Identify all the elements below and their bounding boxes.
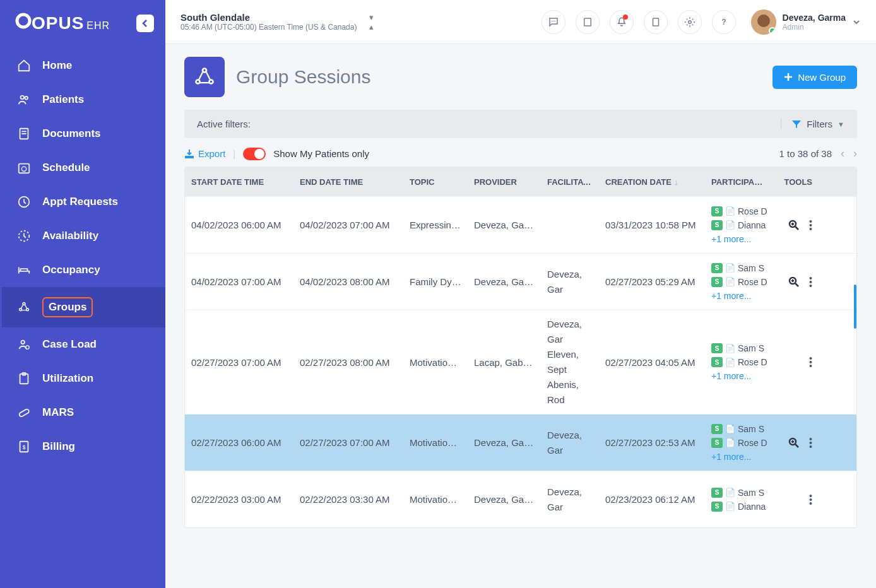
- doc-icon: 📄: [725, 263, 735, 273]
- more-participants-link[interactable]: +1 more...: [711, 371, 768, 381]
- settings-button[interactable]: [678, 10, 702, 34]
- chevron-down-icon: ▼: [838, 121, 844, 128]
- cell-topic: Expressing an: [403, 213, 468, 237]
- col-provider[interactable]: PROVIDER: [468, 171, 541, 193]
- sidebar-item-availability[interactable]: Availability: [0, 219, 165, 253]
- col-created[interactable]: CREATION DATE↓: [599, 171, 705, 193]
- svg-point-41: [810, 277, 812, 279]
- more-actions-button[interactable]: [809, 494, 812, 505]
- logo-block: OPUSEHR: [0, 8, 165, 49]
- sidebar-item-home[interactable]: Home: [0, 49, 165, 83]
- prev-page-button[interactable]: ‹: [841, 147, 844, 160]
- nav-label: Patients: [42, 93, 84, 106]
- svg-rect-24: [653, 18, 658, 26]
- sidebar-item-case-load[interactable]: Case Load: [0, 327, 165, 362]
- more-actions-button[interactable]: [809, 356, 812, 368]
- nav-label: Occupancy: [42, 264, 100, 276]
- cell-facilitator: Deveza,Gar: [541, 261, 599, 303]
- collapse-sidebar-button[interactable]: [136, 15, 154, 32]
- zoom-icon[interactable]: [788, 276, 800, 288]
- svg-point-56: [810, 502, 812, 505]
- sidebar-item-patients[interactable]: Patients: [0, 83, 165, 117]
- zoom-icon[interactable]: [788, 437, 800, 449]
- sidebar-item-utilization[interactable]: Utilization: [0, 362, 165, 396]
- book-button[interactable]: [576, 10, 600, 34]
- logo-icon: [15, 13, 32, 29]
- cell-topic: Family Dynam: [403, 270, 468, 293]
- notifications-button[interactable]: [610, 10, 634, 34]
- more-actions-button[interactable]: [809, 276, 812, 288]
- cell-created: 02/27/2023 02:53 AM: [599, 431, 705, 454]
- participant: S📄Rose D: [711, 277, 768, 287]
- col-participants[interactable]: PARTICIPA…: [705, 171, 774, 193]
- chevron-left-icon: [141, 19, 150, 28]
- more-participants-link[interactable]: +1 more...: [711, 452, 768, 462]
- sidebar-item-billing[interactable]: $Billing: [0, 430, 165, 464]
- svg-point-7: [21, 167, 26, 171]
- status-badge: S: [711, 277, 723, 287]
- sidebar-item-documents[interactable]: Documents: [0, 117, 165, 151]
- cell-created: 03/31/2023 10:58 PM: [599, 213, 705, 237]
- table-row[interactable]: 02/27/2023 06:00 AM 02/27/2023 07:00 AM …: [185, 414, 856, 471]
- table-row[interactable]: 02/22/2023 03:00 AM 02/22/2023 03:30 AM …: [185, 471, 856, 527]
- status-badge: S: [711, 357, 723, 367]
- sidebar-item-groups[interactable]: Groups: [0, 287, 165, 327]
- brand-name: OPUS: [32, 13, 84, 33]
- nav-label: Documents: [42, 127, 101, 140]
- zoom-icon[interactable]: [788, 219, 800, 232]
- more-actions-button[interactable]: [809, 220, 812, 231]
- more-actions-button[interactable]: [809, 437, 812, 449]
- col-end[interactable]: END DATE TIME: [293, 171, 403, 193]
- brand-sub: EHR: [86, 20, 110, 32]
- export-button[interactable]: Export: [184, 148, 225, 159]
- participant: S📄Rose D: [711, 357, 768, 367]
- new-group-button[interactable]: New Group: [772, 66, 857, 89]
- col-topic[interactable]: TOPIC: [403, 171, 468, 193]
- sidebar-item-mars[interactable]: MARS: [0, 396, 165, 430]
- sidebar-item-appt-requests[interactable]: Appt Requests: [0, 185, 165, 219]
- user-role: Admin: [783, 23, 846, 32]
- cell-start: 02/22/2023 03:00 AM: [185, 488, 293, 511]
- sidebar-item-occupancy[interactable]: Occupancy: [0, 253, 165, 287]
- svg-point-1: [21, 96, 25, 100]
- help-button[interactable]: ?: [712, 10, 736, 34]
- chat-button[interactable]: [542, 10, 565, 34]
- location-selector[interactable]: South Glendale 05:46 AM (UTC-05:00) East…: [181, 12, 357, 32]
- sidebar-item-schedule[interactable]: Schedule: [0, 151, 165, 185]
- user-menu[interactable]: Deveza, Garma Admin: [751, 9, 861, 35]
- schedule-icon: [17, 161, 31, 175]
- table-row[interactable]: 04/02/2023 07:00 AM 04/02/2023 08:00 AM …: [185, 253, 856, 310]
- svg-rect-23: [584, 18, 591, 26]
- cell-topic: Motivation wit: [403, 351, 468, 374]
- bed-icon: [17, 263, 31, 277]
- more-participants-link[interactable]: +1 more...: [711, 291, 768, 301]
- location-caret-icon[interactable]: ▾▴: [369, 13, 374, 32]
- cell-end: 04/02/2023 08:00 AM: [293, 270, 403, 293]
- scrollbar[interactable]: [854, 285, 856, 329]
- svg-point-55: [810, 498, 812, 501]
- page-title: Group Sessions: [236, 66, 370, 88]
- col-start[interactable]: START DATE TIME: [185, 171, 293, 193]
- doc-icon: 📄: [725, 358, 735, 367]
- svg-rect-17: [18, 408, 29, 417]
- svg-point-28: [196, 80, 200, 84]
- svg-point-35: [810, 224, 812, 226]
- next-page-button[interactable]: ›: [853, 147, 857, 160]
- plus-icon: [784, 73, 793, 81]
- user-info: Deveza, Garma Admin: [783, 13, 846, 32]
- more-participants-link[interactable]: +1 more...: [711, 234, 768, 244]
- groups-icon: [17, 300, 31, 314]
- table-row[interactable]: 02/27/2023 07:00 AM 02/27/2023 08:00 AM …: [185, 310, 856, 414]
- filters-button[interactable]: Filters ▼: [781, 119, 844, 129]
- svg-line-38: [795, 283, 798, 286]
- svg-point-29: [210, 80, 213, 84]
- tasks-button[interactable]: [644, 10, 668, 34]
- col-facilitator[interactable]: FACILITAT…: [541, 171, 599, 193]
- show-my-patients-toggle[interactable]: [243, 148, 266, 160]
- cell-end: 04/02/2023 07:00 AM: [293, 213, 403, 237]
- svg-point-20: [552, 20, 553, 21]
- table-row[interactable]: 04/02/2023 06:00 AM 04/02/2023 07:00 AM …: [185, 196, 856, 253]
- svg-point-54: [810, 495, 812, 497]
- nav-label: MARS: [42, 406, 74, 419]
- svg-text:?: ?: [721, 17, 726, 26]
